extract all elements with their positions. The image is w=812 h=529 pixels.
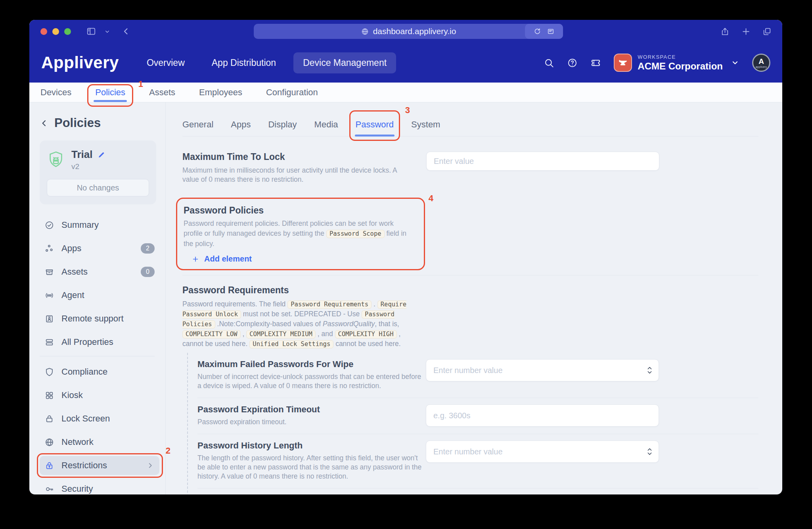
help-icon[interactable]	[567, 58, 578, 68]
browser-chrome: dashboard.applivery.io	[29, 20, 782, 43]
url-bar[interactable]: dashboard.applivery.io	[254, 24, 563, 39]
password-expiration-input[interactable]	[426, 404, 659, 427]
annotation-number-4: 4	[429, 193, 433, 204]
number-stepper[interactable]	[647, 365, 653, 375]
section-divider	[182, 275, 758, 275]
sidebar-item-restrictions[interactable]: Restrictions 2	[40, 456, 159, 475]
tab-assets[interactable]: Assets	[148, 83, 176, 102]
globe-icon	[361, 27, 369, 36]
add-element-button[interactable]: Add element	[192, 254, 414, 264]
workspace-avatar	[614, 54, 632, 72]
globe-icon	[44, 437, 54, 447]
section-password-policies: 4 Password Policies Password requirement…	[176, 198, 425, 270]
field-title: Password Expiration Timeout	[197, 404, 426, 414]
sidebar-item-agent[interactable]: Agent	[40, 286, 159, 305]
field-description: The length of the password history. Afte…	[197, 454, 426, 481]
close-button[interactable]	[40, 28, 47, 35]
sidebar-title: Policies	[54, 116, 101, 130]
tab-password[interactable]: Password 3	[356, 102, 394, 136]
applivery-logo[interactable]: Applivery	[41, 53, 119, 72]
password-history-length-input[interactable]	[426, 441, 659, 463]
field-title: Password History Length	[197, 441, 426, 450]
policy-sidebar: Policies Trial	[29, 102, 166, 494]
number-stepper[interactable]	[647, 447, 653, 456]
tab-media[interactable]: Media	[314, 102, 338, 136]
app-header: Applivery Overview App Distribution Devi…	[29, 43, 782, 83]
field-title: Maximum Failed Passwords For Wipe	[197, 359, 426, 369]
sidebar-toggle-icon[interactable]	[86, 26, 96, 37]
sidebar-item-summary[interactable]: Summary	[40, 215, 159, 235]
share-icon[interactable]	[720, 27, 730, 37]
anvil-icon	[617, 57, 628, 68]
field-description: Number of incorrect device-unlock passwo…	[197, 372, 426, 390]
reload-icon[interactable]	[533, 27, 541, 35]
tab-devices[interactable]: Devices	[40, 83, 72, 102]
sidebar-item-all-properties[interactable]: All Properties	[40, 333, 159, 352]
max-failed-passwords-input[interactable]	[426, 359, 659, 381]
sidebar-item-apps[interactable]: Apps 2	[40, 239, 159, 258]
field-description: Password expiration timeout.	[197, 417, 426, 427]
primary-nav: Overview App Distribution Device Managem…	[137, 52, 404, 73]
sidebar-item-kiosk[interactable]: Kiosk	[40, 386, 159, 405]
check-circle-icon	[44, 220, 54, 230]
workspace-switcher[interactable]: WORKSPACE ACME Corporation	[614, 54, 739, 72]
section-description: Password requirements. The field Passwor…	[182, 299, 412, 349]
settings-tabs: General Apps Display Media Password 3 Sy…	[182, 102, 758, 137]
section-title: Password Policies	[184, 205, 414, 215]
nodes-icon	[44, 244, 54, 254]
shield-icon	[44, 367, 54, 377]
user-avatar[interactable]: A applivery	[752, 54, 770, 72]
avatar-letter: A	[758, 58, 764, 65]
plus-icon	[192, 255, 199, 263]
section-password-requirements: Password Requirements Password requireme…	[182, 285, 758, 494]
nav-app-distribution[interactable]: App Distribution	[202, 52, 285, 73]
section-title: Password Requirements	[182, 285, 758, 295]
tab-display[interactable]: Display	[268, 102, 297, 136]
apps-count-badge: 2	[141, 243, 155, 254]
minimize-button[interactable]	[52, 28, 59, 35]
max-time-to-lock-input[interactable]	[426, 152, 659, 171]
no-changes-button[interactable]: No changes	[47, 179, 149, 196]
sidebar-item-compliance[interactable]: Compliance	[40, 362, 159, 381]
sidebar-item-assets[interactable]: Assets 0	[40, 262, 159, 281]
field-description: Maximum time in milliseconds for user ac…	[182, 166, 404, 184]
tab-system[interactable]: System	[411, 102, 440, 136]
field-title: Maximum Time To Lock	[182, 152, 426, 162]
back-to-policies[interactable]: Policies	[40, 116, 165, 130]
policy-settings-panel: General Apps Display Media Password 3 Sy…	[166, 102, 782, 494]
sidebar-item-remote-support[interactable]: Remote support	[40, 309, 159, 328]
ticket-icon[interactable]	[590, 58, 601, 68]
sidebar-item-network[interactable]: Network	[40, 433, 159, 452]
sidebar-item-lock-screen[interactable]: Lock Screen	[40, 409, 159, 428]
tab-general[interactable]: General	[182, 102, 213, 136]
chevron-down-icon[interactable]	[104, 29, 110, 35]
tab-apps[interactable]: Apps	[231, 102, 251, 136]
lock-keyhole-icon	[44, 461, 54, 471]
nav-device-management[interactable]: Device Management	[293, 52, 396, 73]
reader-icon[interactable]	[547, 27, 555, 35]
new-tab-icon[interactable]	[741, 27, 751, 37]
search-icon[interactable]	[544, 58, 554, 68]
grid-icon	[44, 390, 54, 400]
browser-window: dashboard.applivery.io Applive	[29, 20, 782, 494]
tab-overview-icon[interactable]	[762, 27, 772, 37]
sidebar-item-security[interactable]: Security	[40, 479, 159, 494]
section-nav: Devices Policies 1 Assets Employees Conf…	[29, 83, 782, 102]
policy-name: Trial	[71, 148, 92, 161]
active-tab-underline	[355, 135, 395, 137]
back-icon[interactable]	[121, 27, 131, 36]
url-text: dashboard.applivery.io	[373, 27, 456, 36]
key-icon	[44, 484, 54, 494]
tab-configuration[interactable]: Configuration	[265, 83, 319, 102]
section-description: Password requirement policies. Different…	[184, 219, 408, 249]
tab-employees[interactable]: Employees	[198, 83, 243, 102]
annotation-number-3: 3	[405, 105, 410, 115]
edit-pencil-icon[interactable]	[97, 150, 106, 159]
rows-icon	[44, 337, 54, 347]
policy-menu: Summary Apps 2 Assets 0 Agent	[40, 215, 159, 494]
field-password-expiration: Password Expiration Timeout Password exp…	[197, 398, 758, 434]
nav-overview[interactable]: Overview	[137, 52, 194, 73]
tab-policies[interactable]: Policies 1	[94, 83, 126, 102]
zoom-button[interactable]	[64, 28, 71, 35]
password-requirements-fields: Maximum Failed Passwords For Wipe Number…	[187, 353, 758, 494]
